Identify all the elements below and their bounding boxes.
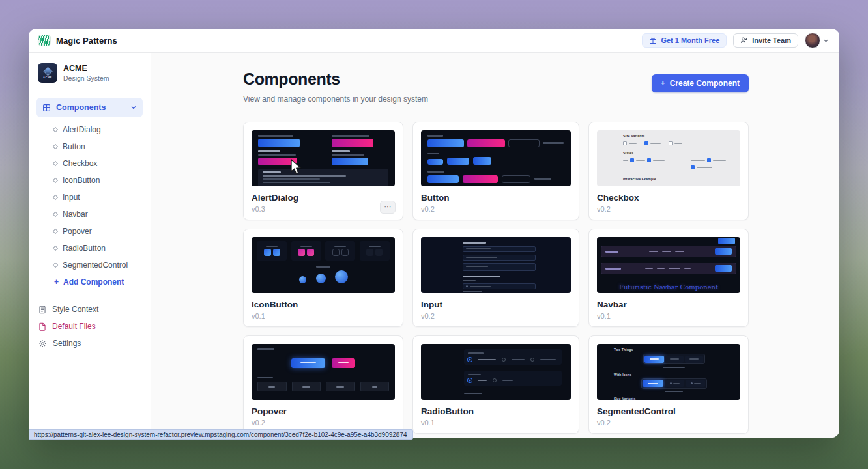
user-menu[interactable] <box>805 33 829 48</box>
decor-bar <box>468 352 484 354</box>
sidebar-item-default-files[interactable]: Default Files <box>36 318 143 335</box>
icon-button-glyph <box>341 249 349 256</box>
component-grid: AlertDialog v0.3 ⋯ <box>243 122 749 434</box>
preview-heading: States <box>623 151 732 155</box>
preview-button <box>332 139 373 147</box>
decor-bar <box>665 391 683 393</box>
preview-input <box>463 246 536 252</box>
icon-button-glyph <box>307 249 314 256</box>
preview-button <box>502 175 530 183</box>
card-navbar[interactable]: Futuristic Navbar Component Navbar v0.1 <box>588 229 749 327</box>
icon-button-glyph <box>335 270 348 283</box>
card-button[interactable]: Button v0.2 <box>412 122 579 220</box>
decor-bar <box>669 268 680 269</box>
card-version: v0.1 <box>252 312 395 320</box>
segmentedcontrol-preview[interactable]: Two Things With Icons <box>597 344 740 400</box>
sidebar-item-radiobutton[interactable]: RadioButton <box>36 240 143 257</box>
checkbox-glyph <box>623 141 627 145</box>
card-iconbutton[interactable]: IconButton v0.1 <box>243 229 403 327</box>
button-preview[interactable] <box>421 130 571 186</box>
chevron-down-icon <box>130 104 137 111</box>
card-input[interactable]: Input v0.2 <box>412 229 579 327</box>
decor-bar <box>662 251 671 252</box>
decor-bar <box>466 266 488 268</box>
futuristic-navbar-text: Futuristic Navbar Component <box>601 283 736 291</box>
navbar-preview[interactable]: Futuristic Navbar Component <box>597 237 740 293</box>
invite-team-button[interactable]: Invite Team <box>733 33 798 48</box>
sidebar-item-input[interactable]: Input <box>36 189 143 206</box>
app-window: Magic Patterns Get 1 Month Free Invite T… <box>29 29 839 438</box>
segment <box>665 356 684 363</box>
alertdialog-preview[interactable] <box>252 130 395 186</box>
card-version: v0.2 <box>597 205 740 213</box>
popover-preview[interactable] <box>252 344 395 400</box>
decor-bar <box>266 246 278 247</box>
decor-bar <box>478 359 496 360</box>
sidebar-item-navbar[interactable]: Navbar <box>36 206 143 223</box>
iconbutton-preview[interactable] <box>252 237 395 293</box>
decor-bar <box>263 171 281 173</box>
sidebar-item-alertdialog[interactable]: AlertDialog <box>36 121 143 138</box>
segment-active <box>643 380 663 387</box>
preview-segment <box>257 382 287 391</box>
sidebar-item-components[interactable]: Components <box>36 98 143 117</box>
decor-bar <box>697 167 712 168</box>
preview-heading: With Icons <box>614 373 734 377</box>
card-title: Navbar <box>597 300 740 309</box>
decor-bar <box>694 383 701 384</box>
card-segmentedcontrol[interactable]: Two Things With Icons <box>588 335 749 434</box>
chevron-down-icon <box>823 38 829 44</box>
checkbox-preview[interactable]: Size Variants States <box>597 130 740 186</box>
create-component-button[interactable]: + Create Component <box>652 74 749 92</box>
decor-bar <box>543 142 564 144</box>
icon-button-glyph <box>375 249 383 256</box>
decor-bar <box>427 153 439 155</box>
card-checkbox[interactable]: Size Variants States <box>588 122 749 220</box>
decor-bar <box>673 383 680 384</box>
icon-button-glyph <box>264 249 271 256</box>
decor-bar <box>629 143 637 144</box>
radiobutton-preview[interactable] <box>421 344 571 400</box>
brand[interactable]: Magic Patterns <box>38 35 117 46</box>
sidebar-item-popover[interactable]: Popover <box>36 223 143 240</box>
decor-bar <box>623 160 628 161</box>
add-component-label: Add Component <box>63 277 124 287</box>
add-component-button[interactable]: +Add Component <box>36 274 143 291</box>
get-month-free-button[interactable]: Get 1 Month Free <box>642 33 727 48</box>
input-preview[interactable] <box>421 237 571 293</box>
card-popover[interactable]: Popover v0.2 <box>243 335 403 434</box>
preview-button <box>715 248 732 255</box>
preview-heading: Size Variants <box>614 397 734 400</box>
sidebar-item-segmentedcontrol[interactable]: SegmentedControl <box>36 257 143 274</box>
preview-button <box>447 158 469 165</box>
card-title: Checkbox <box>597 193 740 203</box>
settings-label: Settings <box>53 339 81 348</box>
card-menu-button[interactable]: ⋯ <box>380 201 396 214</box>
item-label: Button <box>63 142 85 151</box>
card-alertdialog[interactable]: AlertDialog v0.3 ⋯ <box>243 122 403 220</box>
sidebar-item-checkbox[interactable]: Checkbox <box>36 155 143 172</box>
preview-navbar <box>601 263 736 274</box>
decor-bar <box>257 348 274 350</box>
preview-segment <box>360 382 390 391</box>
decor-bar <box>713 160 726 161</box>
page-title: Components <box>243 70 428 89</box>
decor-bar <box>502 380 513 381</box>
icon-button-glyph <box>273 249 280 256</box>
sidebar-item-settings[interactable]: Settings <box>36 335 143 352</box>
preview-heading: Two Things <box>614 348 734 352</box>
card-radiobutton[interactable]: RadioButton v0.1 <box>412 335 579 434</box>
decor-bar <box>258 150 280 152</box>
item-label: Navbar <box>63 210 88 219</box>
decor-bar <box>649 251 658 252</box>
sidebar-item-button[interactable]: Button <box>36 138 143 155</box>
radio-glyph <box>493 378 497 382</box>
workspace-switcher[interactable]: ACME ACME Design System <box>36 61 143 91</box>
decor-bar <box>463 291 482 292</box>
card-version: v0.2 <box>421 205 571 213</box>
radio-selected-glyph <box>468 358 472 362</box>
create-component-label: Create Component <box>670 79 740 88</box>
component-icon <box>53 212 58 217</box>
sidebar-item-iconbutton[interactable]: IconButton <box>36 172 143 189</box>
sidebar-item-style-context[interactable]: Style Context <box>36 301 143 318</box>
